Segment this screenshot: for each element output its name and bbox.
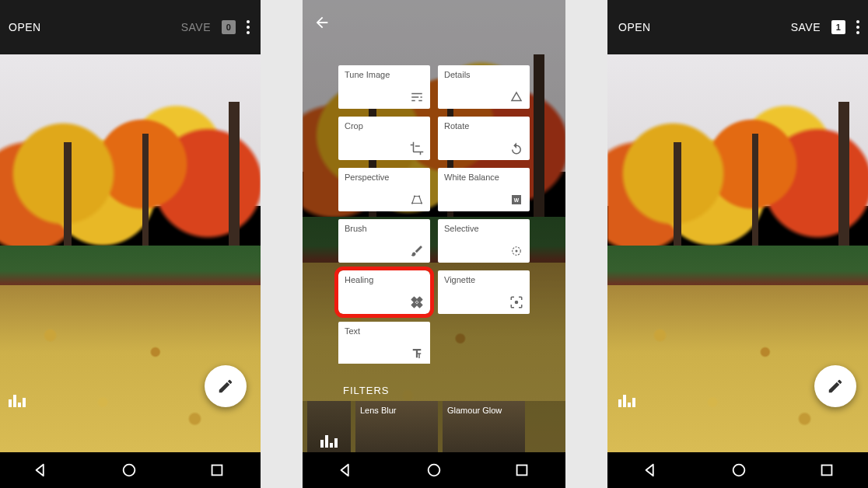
- tool-perspective[interactable]: Perspective: [338, 168, 430, 211]
- tune-icon: [410, 90, 424, 104]
- tool-rotate[interactable]: Rotate: [438, 117, 530, 160]
- nav-home-icon[interactable]: [425, 462, 443, 479]
- filter-label: Glamour Glow: [447, 406, 502, 415]
- crop-icon: [410, 141, 424, 155]
- nav-back-icon[interactable]: [642, 462, 660, 479]
- nav-home-icon[interactable]: [730, 462, 747, 479]
- tool-label: Crop: [345, 121, 424, 131]
- svg-point-9: [516, 250, 518, 253]
- svg-point-10: [429, 465, 440, 476]
- save-button: SAVE: [181, 21, 211, 33]
- app-bar: OPEN SAVE 1: [607, 0, 868, 54]
- save-button[interactable]: SAVE: [791, 21, 821, 33]
- tools-grid: Tune Image Details Crop Rotate Perspecti…: [303, 65, 565, 364]
- tool-crop[interactable]: Crop: [338, 117, 430, 160]
- wb-icon: W: [509, 193, 523, 207]
- perspective-icon: [410, 193, 424, 207]
- filter-label: Lens Blur: [360, 406, 396, 415]
- tool-label: Tune Image: [345, 70, 424, 79]
- nav-home-icon[interactable]: [121, 462, 138, 479]
- svg-point-12: [733, 465, 745, 476]
- svg-rect-1: [212, 465, 222, 476]
- screen-after-edit: OPEN SAVE 1: [607, 0, 868, 488]
- edit-fab[interactable]: [205, 365, 247, 407]
- pencil-icon: [827, 378, 844, 395]
- svg-point-5: [421, 202, 422, 204]
- android-nav-bar: [607, 452, 868, 488]
- android-nav-bar: [0, 452, 261, 488]
- image-canvas[interactable]: [607, 54, 868, 452]
- tool-vignette[interactable]: Vignette: [438, 270, 530, 314]
- tool-tune-image[interactable]: Tune Image: [338, 65, 430, 109]
- nav-recent-icon[interactable]: [513, 462, 530, 479]
- histogram-icon[interactable]: [9, 395, 26, 407]
- back-button[interactable]: [313, 14, 331, 31]
- tool-label: Perspective: [345, 173, 424, 182]
- svg-point-3: [414, 195, 415, 197]
- tool-label: Vignette: [444, 275, 523, 284]
- more-menu-icon[interactable]: [247, 20, 250, 34]
- pencil-icon: [217, 378, 234, 395]
- screen-before-edit: OPEN SAVE 0: [0, 0, 261, 488]
- nav-recent-icon[interactable]: [208, 462, 226, 479]
- brush-icon: [410, 244, 424, 258]
- android-nav-bar: [303, 452, 565, 488]
- tool-details[interactable]: Details: [438, 65, 530, 109]
- tool-brush[interactable]: Brush: [338, 219, 430, 263]
- vignette-icon: [509, 295, 523, 309]
- tool-label: Selective: [444, 224, 523, 233]
- app-bar: OPEN SAVE 0: [0, 0, 261, 54]
- nav-back-icon[interactable]: [338, 462, 355, 479]
- tool-text[interactable]: Text: [338, 322, 430, 364]
- tool-label: Rotate: [444, 121, 523, 131]
- text-icon: [410, 347, 424, 361]
- edit-fab[interactable]: [814, 365, 856, 407]
- tool-white-balance[interactable]: White Balance W: [438, 168, 530, 211]
- tool-label: Healing: [345, 275, 424, 284]
- tools-panel: TOOLS Tune Image Details Crop Rotate Per…: [303, 0, 565, 452]
- svg-point-4: [418, 195, 420, 197]
- details-icon: [509, 90, 523, 104]
- tool-label: Text: [345, 326, 424, 336]
- svg-rect-13: [821, 465, 831, 476]
- image-canvas[interactable]: [0, 54, 261, 452]
- healing-icon: [410, 295, 424, 309]
- svg-text:W: W: [514, 197, 520, 203]
- filter-glamour-glow[interactable]: Glamour Glow: [443, 401, 525, 452]
- more-menu-icon[interactable]: [856, 20, 859, 34]
- svg-point-0: [124, 465, 135, 476]
- svg-point-2: [411, 202, 413, 204]
- tool-label: White Balance: [444, 173, 523, 182]
- tool-label: Brush: [345, 224, 424, 233]
- screen-tools-menu: TOOLS Tune Image Details Crop Rotate Per…: [303, 0, 565, 488]
- tool-healing[interactable]: Healing: [338, 270, 430, 314]
- nav-back-icon[interactable]: [33, 462, 50, 479]
- filter-lens-blur[interactable]: Lens Blur: [355, 401, 438, 452]
- filter-histogram[interactable]: [307, 401, 351, 452]
- rotate-icon: [509, 141, 523, 155]
- arrow-back-icon: [313, 14, 331, 31]
- open-button[interactable]: OPEN: [9, 21, 41, 33]
- edit-count-badge[interactable]: 0: [222, 20, 236, 34]
- selective-icon: [509, 244, 523, 258]
- tool-label: Details: [444, 70, 523, 79]
- edit-count-badge[interactable]: 1: [831, 20, 845, 34]
- open-button[interactable]: OPEN: [618, 21, 651, 33]
- filters-strip[interactable]: Lens Blur Glamour Glow: [303, 401, 565, 452]
- nav-recent-icon[interactable]: [818, 462, 835, 479]
- histogram-icon[interactable]: [618, 395, 635, 407]
- filters-heading: FILTERS: [343, 385, 390, 396]
- tool-selective[interactable]: Selective: [438, 219, 530, 263]
- svg-rect-11: [516, 465, 527, 476]
